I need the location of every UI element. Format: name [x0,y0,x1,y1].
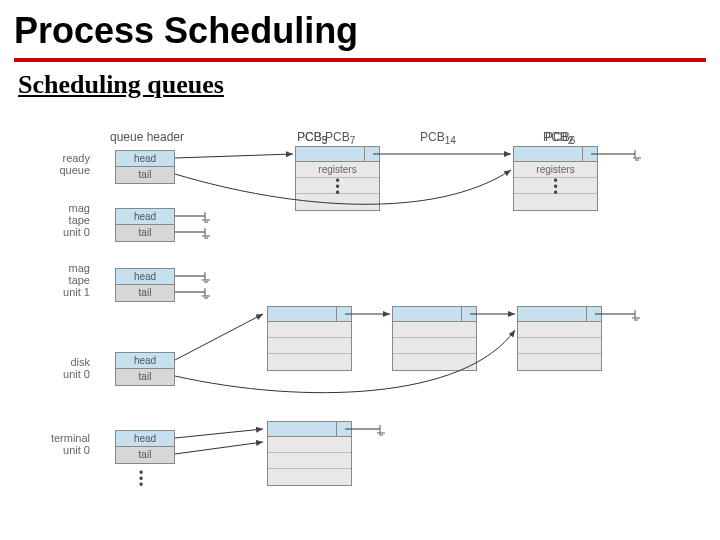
pcb-body: registers ••• [514,162,597,210]
pcb-pointer-row [393,307,476,322]
head-cell: head [116,209,174,225]
pcb6-label: PCB6 [545,130,575,146]
pcb3-box [267,306,352,371]
pcb5-label: PCB5 [297,130,327,146]
head-cell: head [116,269,174,285]
svg-line-29 [175,429,263,438]
pcb-pointer-row [268,307,351,322]
more-queues-dots: ••• [139,470,143,488]
svg-line-0 [175,154,293,158]
pcb-body [268,322,351,370]
head-cell: head [116,151,174,167]
pcb-body [518,322,601,370]
queue-header-label: queue header [107,130,187,144]
mag-tape-0-label: mag tape unit 0 [35,202,90,238]
mag-tape-1-label: mag tape unit 1 [35,262,90,298]
tail-cell: tail [116,447,174,463]
pcb5-box [267,421,352,486]
head-cell: head [116,431,174,447]
pcb-body [268,437,351,485]
tail-cell: tail [116,167,174,183]
mag1-queue-box: head tail [115,268,175,302]
term0-queue-box: head tail [115,430,175,464]
disk-0-label: disk unit 0 [35,356,90,380]
svg-line-30 [175,442,263,454]
ready-queue-box: head tail [115,150,175,184]
mag0-queue-box: head tail [115,208,175,242]
pcb-pointer-row [268,422,351,437]
tail-cell: tail [116,225,174,241]
pcb-body [393,322,476,370]
pcb-body: registers ••• [296,162,379,210]
title-underline [14,58,706,62]
tail-cell: tail [116,285,174,301]
pcb-pointer-row [514,147,597,162]
scheduling-queues-diagram: queue header PCB7 PCB2 PCB3 PCB14 PCB6 P… [35,130,695,530]
pcb2-box: registers ••• [513,146,598,211]
pcb-pointer-row [296,147,379,162]
tail-cell: tail [116,369,174,385]
pcb-pointer-row [518,307,601,322]
section-heading: Scheduling queues [0,70,720,106]
head-cell: head [116,353,174,369]
pcb7-label: PCB7 [325,130,355,146]
ready-queue-label: ready queue [35,152,90,176]
disk0-queue-box: head tail [115,352,175,386]
pcb14-label: PCB14 [420,130,456,146]
pcb7-box: registers ••• [295,146,380,211]
pcb14-box [392,306,477,371]
svg-line-22 [175,314,263,360]
page-title: Process Scheduling [0,0,720,58]
pcb6-box [517,306,602,371]
terminal-0-label: terminal unit 0 [35,432,90,456]
